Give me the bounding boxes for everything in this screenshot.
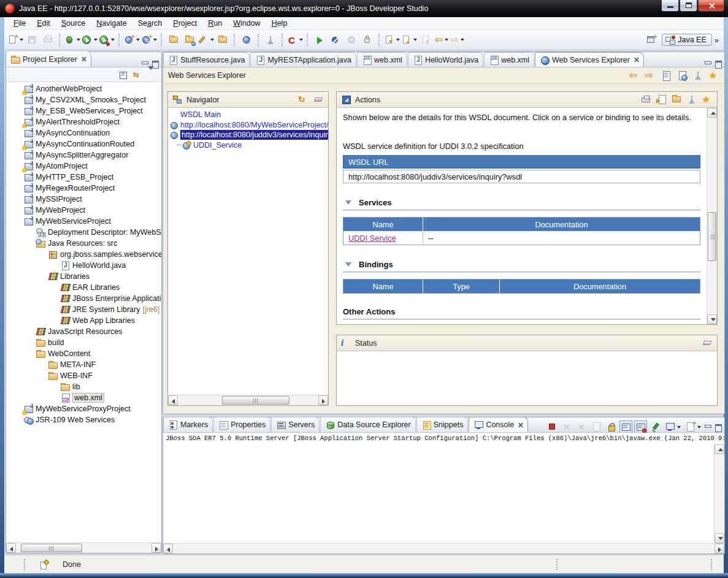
editor-tab[interactable]: HelloWorld.java [408, 52, 483, 67]
wse-forward-icon[interactable]: ⇨ [645, 70, 656, 81]
scroll-left-button[interactable] [168, 395, 178, 405]
open-console-button[interactable]: + [685, 422, 695, 432]
annotate-dropdown-arrow[interactable] [210, 39, 214, 41]
back-dropdown-arrow[interactable] [445, 39, 448, 41]
menu-navigate[interactable]: Navigate [91, 18, 132, 29]
jboss-central-dropdown-arrow[interactable] [299, 39, 303, 41]
annotate-button[interactable] [198, 32, 214, 47]
debug-dropdown-arrow[interactable] [77, 39, 80, 41]
close-icon[interactable] [518, 422, 523, 428]
tree-item[interactable]: Libraries [6, 271, 161, 282]
bottom-panel-tab[interactable]: Console [469, 417, 528, 432]
menu-edit[interactable]: Edit [31, 18, 56, 29]
tree-item[interactable]: WEB-INF [6, 370, 161, 381]
scroll-left-button[interactable] [163, 544, 173, 553]
menu-help[interactable]: Help [266, 18, 293, 29]
remove-all-launches-button[interactable] [577, 422, 587, 432]
navigator-item[interactable]: http://localhost:8080/MyWebServiceProjec… [168, 120, 328, 131]
navigator-item[interactable]: http://localhost:8080/juddiv3/services/i… [168, 130, 328, 140]
import-resource-button[interactable] [182, 32, 197, 47]
tree-item[interactable]: MyWebServiceProxyProject [6, 403, 161, 414]
open-perspective-button[interactable]: + [644, 32, 659, 47]
scroll-lock-button[interactable] [606, 422, 616, 432]
fast-view-icon[interactable] [39, 560, 49, 569]
window-close-button[interactable] [698, 0, 724, 12]
editor-tab[interactable]: web.xml [484, 52, 534, 67]
tree-item[interactable]: Deployment Descriptor: MyWebSe [6, 227, 161, 238]
launch-wse-button[interactable] [263, 32, 278, 47]
terminate-console-button[interactable] [547, 422, 557, 432]
show-stdout-button[interactable] [621, 422, 631, 432]
bottom-panel-tab[interactable]: Markers [163, 417, 213, 432]
web-browser-button[interactable] [239, 32, 254, 47]
tree-item[interactable]: web.xml [6, 392, 161, 403]
tree-item[interactable]: WebContent [6, 348, 161, 359]
scroll-left-button[interactable] [6, 543, 16, 553]
project-explorer-hscrollbar[interactable] [6, 542, 161, 553]
clear-console-button[interactable] [591, 422, 602, 432]
open-file-button[interactable] [166, 32, 181, 47]
toolbar-overflow-chevron[interactable]: » [715, 36, 719, 45]
editor-tab[interactable]: MyRESTApplication.java [250, 52, 356, 67]
wse-favorites-icon[interactable]: ★ [709, 70, 719, 81]
console-hscrollbar[interactable] [163, 543, 724, 553]
open-archive-button[interactable] [215, 32, 230, 47]
next-annotation-dropdown-arrow[interactable] [396, 39, 400, 41]
tree-item[interactable]: org.jboss.samples.webservices [6, 249, 161, 260]
tree-item[interactable]: MyHTTP_ESB_Project [6, 172, 161, 183]
tree-item[interactable]: MyAsyncSplitterAggregator [6, 150, 161, 161]
editor-tab[interactable]: Web Services Explorer [535, 52, 644, 67]
title-bar[interactable]: Java EE - http://127.0.0.1:52870/wse/wse… [0, 0, 728, 17]
editor-tab[interactable]: web.xml [357, 52, 407, 67]
open-console-dropdown-arrow[interactable] [697, 426, 701, 428]
navigator-item[interactable]: UDDI_Service [168, 140, 328, 151]
tree-item[interactable]: build [6, 337, 161, 348]
tree-item[interactable]: EAR Libraries [6, 282, 161, 293]
maximize-console-button[interactable] [714, 424, 722, 430]
tree-item[interactable]: My_ESB_WebServices_Project [6, 105, 161, 116]
debug-button[interactable] [64, 32, 80, 47]
tree-item[interactable]: MySSIProject [6, 194, 161, 205]
bottom-panel-tab[interactable]: Data Source Explorer [320, 417, 416, 432]
scroll-up-button[interactable] [715, 444, 724, 454]
scrollbar-thumb[interactable] [222, 396, 289, 405]
tree-item[interactable]: MyAsyncContinuation [6, 127, 161, 139]
uddi-service-link[interactable]: UDDI Service [348, 234, 396, 243]
tree-item[interactable]: Java Resources: src [6, 238, 161, 249]
run-dropdown-arrow[interactable] [94, 39, 98, 41]
navigator-hscrollbar[interactable] [168, 395, 328, 405]
minimize-console-button[interactable] [703, 424, 711, 430]
bottom-panel-tab[interactable]: Properties [213, 417, 270, 432]
menu-window[interactable]: Window [228, 18, 266, 29]
maximize-editor-button[interactable] [714, 60, 722, 67]
tree-item[interactable]: HelloWorld.java [6, 260, 161, 271]
tree-item[interactable]: JRE System Library [jre6] [6, 304, 161, 315]
collapse-all-button[interactable] [118, 70, 128, 80]
launch-icon[interactable] [687, 94, 697, 105]
minimize-editor-button[interactable] [703, 60, 711, 67]
jboss-central-button[interactable]: C [287, 32, 303, 47]
display-console-button[interactable] [665, 422, 675, 432]
tree-item[interactable]: MyWebServiceProject [6, 216, 161, 227]
tree-item[interactable]: MyWebProject [6, 205, 161, 216]
scroll-right-button[interactable] [715, 544, 724, 553]
statusbar-grip[interactable] [24, 559, 26, 570]
terminate-button[interactable] [344, 32, 359, 47]
add-to-favorites-folder-icon[interactable] [672, 94, 682, 105]
show-stderr-button[interactable] [635, 422, 646, 432]
previous-annotation-dropdown-arrow[interactable] [413, 39, 417, 41]
tree-item[interactable]: lib [6, 381, 161, 392]
external-tools-button[interactable] [99, 32, 115, 47]
perspective-java-ee-button[interactable]: Java EE [662, 34, 712, 46]
tree-item[interactable]: MyRegexRouterProject [6, 183, 161, 194]
drag-hand-button[interactable] [360, 32, 375, 47]
view-menu-button[interactable] [148, 70, 158, 80]
forward-button[interactable]: ⇨ [450, 32, 465, 47]
actions-vscrollbar[interactable] [707, 108, 717, 324]
clear-icon[interactable] [702, 338, 713, 348]
favorites-icon[interactable]: ★ [702, 94, 713, 105]
tree-item[interactable]: JSR-109 Web Services [6, 414, 161, 425]
wse-back-icon[interactable]: ⇦ [629, 70, 640, 81]
link-with-editor-button[interactable]: ⇆ [133, 70, 143, 80]
import-wsdl-icon[interactable] [656, 94, 667, 105]
